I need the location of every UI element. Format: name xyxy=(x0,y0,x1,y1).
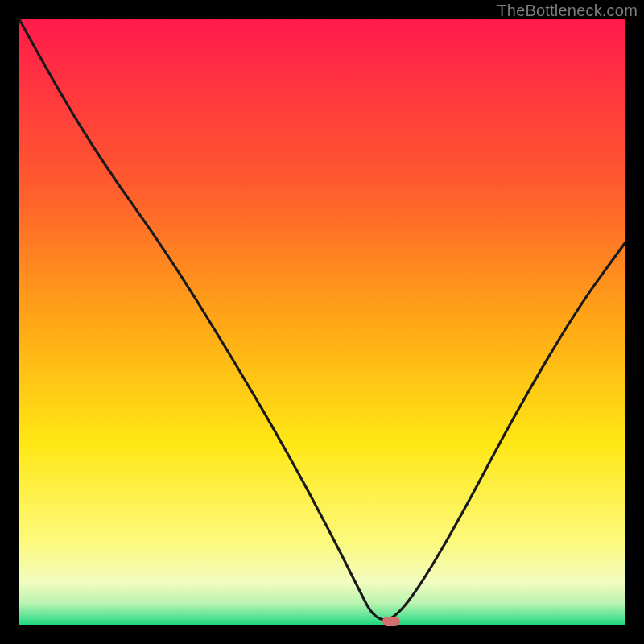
plot-background xyxy=(19,19,625,625)
optimal-point-marker xyxy=(382,617,400,626)
watermark-text: TheBottleneck.com xyxy=(497,2,638,20)
chart-frame: TheBottleneck.com xyxy=(0,0,644,644)
